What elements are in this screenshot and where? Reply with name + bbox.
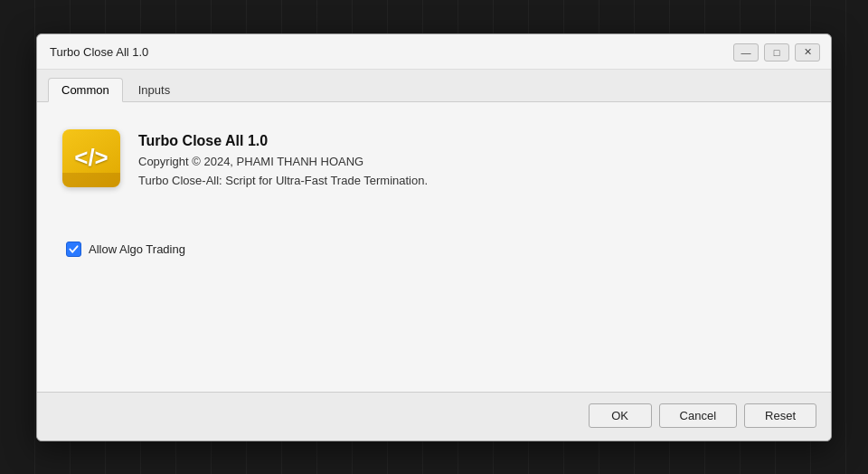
info-description: Turbo Close-All: Script for Ultra-Fast T… <box>138 174 428 187</box>
info-title: Turbo Close All 1.0 <box>138 133 428 149</box>
script-icon: </> <box>62 129 120 187</box>
reset-button[interactable]: Reset <box>744 403 816 428</box>
ok-button[interactable]: OK <box>589 403 652 428</box>
tab-content-common: </> Turbo Close All 1.0 Copyright © 2024… <box>37 102 831 392</box>
algo-trading-checkbox[interactable] <box>66 242 81 257</box>
info-copyright: Copyright © 2024, PHAMI THANH HOANG <box>138 155 428 168</box>
cancel-button[interactable]: Cancel <box>659 403 737 428</box>
window-controls: — □ ✕ <box>733 43 820 62</box>
script-icon-symbol: </> <box>74 144 108 172</box>
tab-common[interactable]: Common <box>48 78 123 102</box>
info-text-block: Turbo Close All 1.0 Copyright © 2024, PH… <box>138 129 428 187</box>
dialog-footer: OK Cancel Reset <box>37 392 831 441</box>
minimize-button[interactable]: — <box>733 43 759 62</box>
tab-bar: Common Inputs <box>37 70 831 102</box>
checkmark-icon <box>69 244 79 254</box>
maximize-button[interactable]: □ <box>764 43 789 62</box>
dialog-window: Turbo Close All 1.0 — □ ✕ Common Inputs … <box>36 33 832 441</box>
close-button[interactable]: ✕ <box>795 43 820 62</box>
algo-trading-label[interactable]: Allow Algo Trading <box>89 242 185 256</box>
tab-inputs[interactable]: Inputs <box>125 78 184 102</box>
info-section: </> Turbo Close All 1.0 Copyright © 2024… <box>62 129 806 187</box>
window-title: Turbo Close All 1.0 <box>50 45 148 59</box>
title-bar: Turbo Close All 1.0 — □ ✕ <box>37 34 831 70</box>
algo-trading-row: Allow Algo Trading <box>62 242 806 257</box>
